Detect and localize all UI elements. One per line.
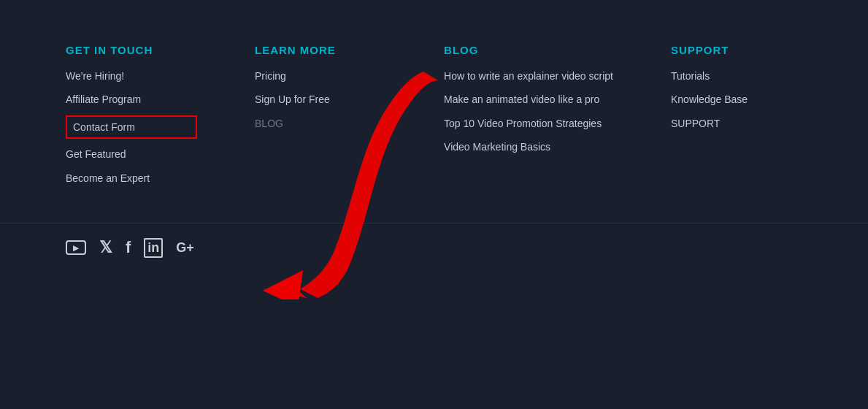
column-title-support: SUPPORT: [671, 44, 802, 56]
column-title-blog: BLOG: [444, 44, 613, 56]
link-blog3[interactable]: Top 10 Video Promotion Strategies: [444, 115, 613, 131]
link-get-featured[interactable]: Get Featured: [66, 146, 197, 162]
column-title-get-in-touch: GET IN TOUCH: [66, 44, 197, 56]
link-blog-learnmore[interactable]: BLOG: [255, 115, 386, 131]
link-blog2[interactable]: Make an animated video like a pro: [444, 91, 613, 107]
link-affiliate[interactable]: Affiliate Program: [66, 91, 197, 107]
twitter-icon[interactable]: 𝕏: [99, 238, 112, 257]
link-knowledge-base[interactable]: Knowledge Base: [671, 91, 802, 107]
column-blog: BLOG How to write an explainer video scr…: [444, 44, 613, 186]
column-support: SUPPORT Tutorials Knowledge Base SUPPORT: [671, 44, 802, 186]
svg-marker-1: [263, 270, 303, 299]
link-pricing[interactable]: Pricing: [255, 68, 386, 84]
link-blog1[interactable]: How to write an explainer video script: [444, 68, 613, 84]
youtube-icon[interactable]: ▶: [66, 240, 86, 255]
link-tutorials[interactable]: Tutorials: [671, 68, 802, 84]
link-support[interactable]: SUPPORT: [671, 115, 802, 131]
link-signup[interactable]: Sign Up for Free: [255, 91, 386, 107]
column-learn-more: LEARN MORE Pricing Sign Up for Free BLOG: [255, 44, 386, 186]
footer-bottom: ▶ 𝕏 f in G+: [0, 223, 868, 272]
googleplus-icon[interactable]: G+: [176, 240, 194, 256]
link-become-expert[interactable]: Become an Expert: [66, 170, 197, 186]
footer-main: GET IN TOUCH We're Hiring! Affiliate Pro…: [0, 0, 868, 215]
link-blog4[interactable]: Video Marketing Basics: [444, 139, 613, 155]
column-get-in-touch: GET IN TOUCH We're Hiring! Affiliate Pro…: [66, 44, 197, 186]
linkedin-icon[interactable]: in: [144, 238, 163, 258]
link-contact-form[interactable]: Contact Form: [66, 115, 197, 139]
link-hiring[interactable]: We're Hiring!: [66, 68, 197, 84]
column-title-learn-more: LEARN MORE: [255, 44, 386, 56]
facebook-icon[interactable]: f: [126, 238, 131, 257]
